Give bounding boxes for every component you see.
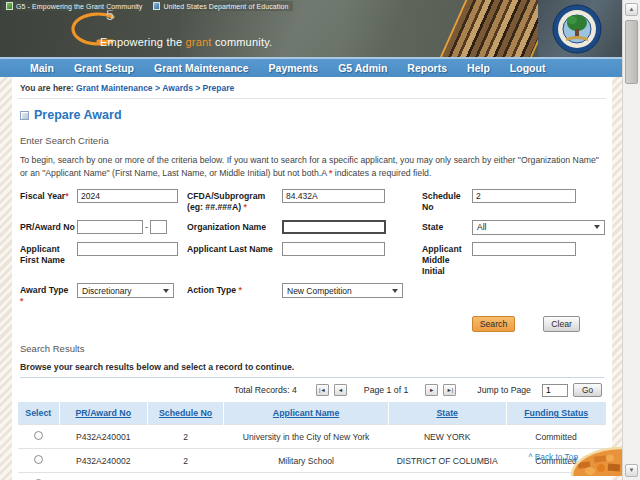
- cfda-cell: [282, 189, 422, 203]
- header-state[interactable]: State: [388, 402, 506, 425]
- select-cell: [18, 473, 59, 480]
- chevron-down-icon: [163, 289, 169, 293]
- applicant-middle-initial-label: Applicant Middle Initial: [422, 242, 472, 277]
- nav-item-grant-setup[interactable]: Grant Setup: [64, 62, 144, 74]
- applicant-first-name-label: Applicant First Name: [20, 242, 77, 266]
- select-radio-row-2[interactable]: [34, 455, 43, 464]
- breadcrumb-separator: >: [155, 83, 160, 93]
- g5-application-window: G5 - Empowering the Grant Community Unit…: [0, 0, 640, 480]
- next-page-button[interactable]: ►: [425, 384, 438, 396]
- jump-to-page-input[interactable]: [542, 384, 568, 397]
- nav-item-g5-admin[interactable]: G5 Admin: [328, 62, 397, 74]
- breadcrumb-link-awards[interactable]: Awards: [162, 83, 193, 93]
- main-content: You are here: Grant Maintenance > Awards…: [12, 77, 612, 480]
- right-edge-pattern: [612, 77, 622, 480]
- doe-favicon-icon: [153, 2, 160, 10]
- applicant-last-name-label: Applicant Last Name: [187, 242, 282, 255]
- cfda-label-line2: (eg: ##.###A): [187, 202, 244, 212]
- results-table: Select PR/Award No Schedule No Applicant…: [18, 402, 606, 480]
- award-type-select[interactable]: Discretionary: [77, 283, 174, 298]
- schedule-cell: 2: [147, 449, 223, 473]
- applicant-middle-initial-cell: [472, 242, 605, 256]
- scroll-up-arrow-icon[interactable]: ▲: [625, 3, 638, 16]
- schedule-no-label: Schedule No: [422, 189, 472, 213]
- header-schedule-no-link: Schedule No: [159, 408, 212, 418]
- applicant-cell: Marine Studies Institute: [224, 473, 389, 480]
- applicant-last-name-cell: [282, 242, 422, 256]
- nav-item-payments[interactable]: Payments: [259, 62, 329, 74]
- header-state-link: State: [436, 408, 458, 418]
- go-button[interactable]: Go: [573, 383, 602, 397]
- breadcrumb-link-grant-maintenance[interactable]: Grant Maintenance: [76, 83, 153, 93]
- state-label: State: [422, 220, 472, 233]
- instructions-text: To begin, search by one or more of the c…: [20, 154, 605, 180]
- vertical-scrollbar[interactable]: ▲ ▼: [622, 0, 640, 480]
- table-row: P432A240002 2 Military School DISTRICT O…: [18, 449, 606, 473]
- breadcrumb-prefix: You are here:: [20, 83, 74, 93]
- applicant-last-name-input[interactable]: [282, 242, 385, 256]
- action-type-select[interactable]: New Competition: [282, 283, 403, 298]
- cfda-input[interactable]: [282, 189, 385, 203]
- first-page-button[interactable]: |◄: [316, 384, 329, 396]
- nav-item-help[interactable]: Help: [457, 62, 500, 74]
- fiscal-year-label: Fiscal Year*: [20, 189, 77, 202]
- pr-award-input[interactable]: [77, 220, 143, 234]
- schedule-no-input[interactable]: [472, 189, 576, 203]
- scrollbar-thumb[interactable]: [625, 20, 638, 84]
- organization-name-cell: [282, 220, 422, 234]
- header-applicant-name[interactable]: Applicant Name: [224, 402, 389, 425]
- g5-logo-icon: 5: [58, 8, 122, 56]
- fiscal-year-input[interactable]: [77, 189, 178, 203]
- header-banner: G5 - Empowering the Grant Community Unit…: [0, 0, 622, 57]
- state-cell: NEW YORK: [388, 425, 506, 449]
- nav-item-logout[interactable]: Logout: [500, 62, 556, 74]
- instructions-part2: indicates a required field.: [332, 168, 431, 178]
- nav-item-main[interactable]: Main: [20, 62, 64, 74]
- fiscal-year-label-text: Fiscal Year: [20, 191, 65, 201]
- nav-item-grant-maintenance[interactable]: Grant Maintenance: [144, 62, 259, 74]
- tagline-pre: Empowering the: [100, 36, 186, 48]
- tab-g5[interactable]: G5 - Empowering the Grant Community: [2, 1, 146, 11]
- chevron-down-icon: [594, 225, 600, 229]
- jump-to-page-label: Jump to Page: [477, 385, 531, 395]
- applicant-first-name-input[interactable]: [77, 242, 178, 256]
- search-button[interactable]: Search: [472, 316, 516, 332]
- pr-award-cell: P432A240003: [59, 473, 147, 480]
- browse-instructions: Browse your search results below and sel…: [20, 362, 604, 378]
- pr-award-separator: -: [145, 222, 148, 232]
- select-cell: [18, 449, 59, 473]
- total-records: Total Records: 4: [234, 385, 297, 395]
- header-pr-award-no-link: PR/Award No: [75, 408, 131, 418]
- organization-name-label: Organization Name: [187, 220, 282, 233]
- tab-doe[interactable]: United States Department of Education: [149, 1, 292, 11]
- header-pr-award-no[interactable]: PR/Award No: [59, 402, 147, 425]
- select-radio-row-1[interactable]: [34, 431, 43, 440]
- state-cell: DISTRICT OF COLUMBIA: [388, 473, 506, 480]
- last-page-button[interactable]: ►|: [443, 384, 456, 396]
- nav-item-reports[interactable]: Reports: [397, 62, 457, 74]
- applicant-middle-initial-input[interactable]: [472, 242, 576, 256]
- applicant-cell: Military School: [224, 449, 389, 473]
- applicant-cell: University in the City of New York: [224, 425, 389, 449]
- breadcrumb-link-prepare[interactable]: Prepare: [203, 83, 235, 93]
- prev-page-button[interactable]: ◄: [334, 384, 347, 396]
- tab-doe-label: United States Department of Education: [163, 3, 288, 10]
- window-title-tabs: G5 - Empowering the Grant Community Unit…: [2, 1, 293, 11]
- header-funding-status[interactable]: Funding Status: [506, 402, 606, 425]
- scroll-down-arrow-icon[interactable]: ▼: [625, 464, 638, 477]
- action-type-label: Action Type *: [187, 283, 282, 296]
- state-cell: DISTRICT OF COLUMBIA: [388, 449, 506, 473]
- organization-name-input[interactable]: [282, 220, 386, 234]
- pagination-top: Total Records: 4 |◄ ◄ Page 1 of 1 ► ►| J…: [18, 383, 602, 397]
- header-schedule-no[interactable]: Schedule No: [147, 402, 223, 425]
- tagline-post: community.: [212, 36, 273, 48]
- corner-decoration-image: [570, 446, 622, 480]
- pr-award-suffix-input[interactable]: [150, 220, 167, 234]
- state-select[interactable]: All: [472, 220, 605, 235]
- criteria-heading: Enter Search Criteria: [20, 135, 604, 146]
- clear-button[interactable]: Clear: [543, 316, 580, 332]
- g5-favicon-icon: [6, 2, 13, 10]
- cfda-label: CFDA/Subprogram(eg: ##.###A) *: [187, 189, 282, 213]
- pr-award-cell: P432A240001: [59, 425, 147, 449]
- award-type-cell: Discretionary: [77, 283, 187, 298]
